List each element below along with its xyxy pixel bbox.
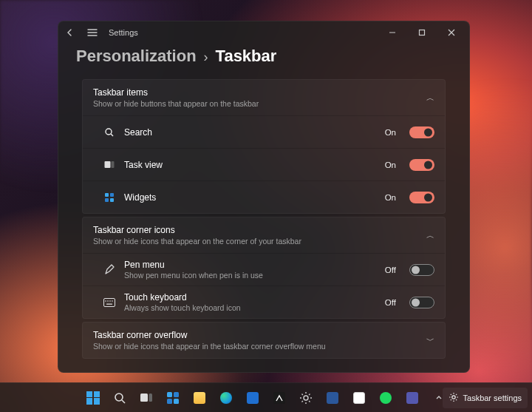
titlebar: Settings [58, 21, 469, 44]
section-header-overflow[interactable]: Taskbar corner overflow Show or hide ico… [83, 322, 445, 358]
svg-point-12 [112, 300, 113, 302]
row-label: Touch keyboard [124, 292, 376, 303]
hamburger-button[interactable] [83, 24, 101, 41]
svg-rect-2 [105, 161, 111, 168]
widgets-icon[interactable] [161, 386, 185, 410]
toggle-state: Off [385, 298, 396, 307]
svg-rect-17 [167, 392, 172, 397]
svg-point-9 [105, 300, 106, 302]
spotify-icon[interactable] [374, 386, 398, 410]
svg-rect-18 [174, 392, 179, 397]
maximize-button[interactable] [407, 22, 437, 43]
row-sublabel: Show pen menu icon when pen is in use [124, 271, 376, 280]
row-sublabel: Always show touch keyboard icon [124, 303, 376, 312]
calendar-icon[interactable] [347, 386, 371, 410]
row-label: Widgets [124, 192, 376, 203]
section-subtitle: Show or hide icons that appear on the co… [93, 237, 426, 246]
svg-point-22 [451, 395, 454, 398]
toggle-pen-menu[interactable] [409, 264, 434, 276]
row-touch-keyboard: Touch keyboard Always show touch keyboar… [83, 286, 445, 318]
section-title: Taskbar corner overflow [93, 330, 426, 340]
settings-window: Settings Personalization › Taskbar Taskb… [58, 21, 470, 373]
row-search: Search On [83, 115, 445, 148]
svg-point-21 [304, 396, 308, 400]
breadcrumb-parent[interactable]: Personalization [76, 47, 197, 66]
teams-icon[interactable] [400, 386, 424, 410]
explorer-icon[interactable] [188, 386, 211, 410]
chevron-down-icon: ﹀ [426, 335, 434, 346]
section-taskbar-items: Taskbar items Show or hide buttons that … [82, 79, 446, 214]
toggle-widgets[interactable] [409, 192, 434, 203]
svg-point-10 [107, 300, 109, 302]
svg-rect-13 [106, 303, 112, 304]
toggle-state: Off [385, 266, 396, 274]
keyboard-icon [103, 297, 115, 308]
section-header-corner-icons[interactable]: Taskbar corner icons Show or hide icons … [83, 217, 445, 253]
search-icon [103, 126, 115, 138]
toggle-state: On [385, 161, 396, 169]
section-subtitle: Show or hide buttons that appear on the … [93, 99, 426, 108]
toggle-search[interactable] [409, 126, 434, 138]
svg-point-14 [115, 394, 123, 401]
svg-rect-19 [167, 399, 172, 404]
chevron-right-icon: › [204, 50, 208, 65]
widgets-icon [103, 192, 115, 203]
taskbar: Taskbar settings [0, 382, 532, 412]
chevron-up-icon: ︿ [426, 92, 434, 104]
search-icon[interactable] [108, 386, 132, 410]
section-title: Taskbar corner icons [93, 225, 426, 235]
row-taskview: Task view On [83, 148, 445, 180]
back-button[interactable] [61, 24, 79, 41]
row-label: Search [124, 127, 376, 138]
svg-rect-7 [110, 198, 114, 202]
taskview-icon[interactable] [134, 386, 158, 410]
row-widgets: Widgets On [83, 180, 445, 213]
svg-rect-4 [105, 193, 109, 197]
toggle-state: On [385, 128, 396, 137]
word-icon[interactable] [321, 386, 344, 410]
toggle-state: On [385, 193, 396, 202]
breadcrumb-current: Taskbar [216, 47, 277, 66]
settings-icon[interactable] [294, 386, 318, 410]
close-button[interactable] [437, 22, 466, 43]
svg-rect-6 [105, 198, 109, 202]
edge-icon[interactable] [214, 386, 238, 410]
toggle-touch-keyboard[interactable] [409, 297, 434, 308]
row-label: Pen menu [124, 260, 376, 270]
svg-rect-0 [420, 30, 425, 36]
row-pen-menu: Pen menu Show pen menu icon when pen is … [83, 253, 445, 286]
svg-rect-5 [110, 193, 114, 197]
taskview-icon [103, 159, 115, 171]
outlook-icon[interactable] [241, 386, 265, 410]
breadcrumb: Personalization › Taskbar [58, 44, 469, 75]
start-icon[interactable] [81, 386, 105, 410]
toggle-taskview[interactable] [409, 159, 434, 171]
pen-icon [103, 264, 115, 276]
svg-rect-15 [140, 394, 148, 402]
svg-rect-8 [104, 298, 115, 306]
notification-pill[interactable]: Taskbar settings [443, 388, 528, 408]
gear-icon [449, 392, 459, 404]
row-label: Task view [124, 160, 376, 170]
svg-point-11 [109, 300, 111, 302]
svg-point-1 [106, 129, 112, 135]
section-title: Taskbar items [93, 87, 426, 98]
window-controls [378, 22, 466, 43]
chevron-up-icon: ︿ [426, 230, 434, 241]
window-title: Settings [109, 28, 138, 37]
section-header-taskbar-items[interactable]: Taskbar items Show or hide buttons that … [83, 80, 445, 115]
notification-label: Taskbar settings [463, 394, 522, 402]
svg-rect-3 [112, 161, 115, 168]
svg-rect-20 [174, 399, 179, 404]
svg-rect-16 [149, 394, 153, 402]
section-corner-icons: Taskbar corner icons Show or hide icons … [82, 217, 446, 319]
settings-content: Taskbar items Show or hide buttons that … [58, 75, 469, 372]
minimize-button[interactable] [378, 22, 407, 43]
rise-icon[interactable] [267, 386, 291, 410]
section-corner-overflow: Taskbar corner overflow Show or hide ico… [82, 322, 446, 359]
section-subtitle: Show or hide icons that appear in the ta… [93, 342, 426, 351]
taskbar-center [81, 386, 451, 410]
